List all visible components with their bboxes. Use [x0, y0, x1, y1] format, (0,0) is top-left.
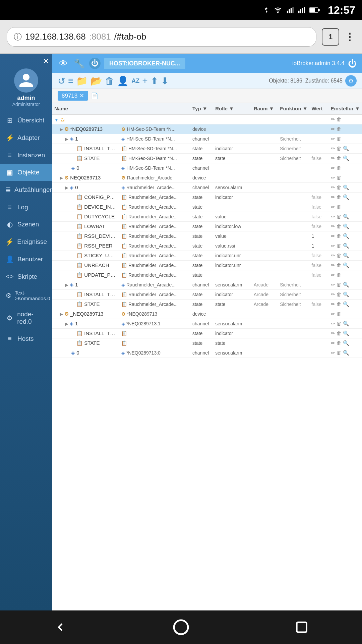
edit-icon[interactable]: ✏ — [331, 262, 335, 268]
expand-icon[interactable]: ▶ — [60, 175, 63, 180]
sidebar-item-nodered[interactable]: ⚙ node-red.0 — [0, 306, 52, 330]
delete-row-icon[interactable]: 🗑 — [337, 204, 342, 210]
table-row[interactable]: ▼ 🗂 ✏ 🗑 — [52, 114, 362, 124]
search-row-icon[interactable]: 🔍 — [343, 301, 349, 307]
table-row[interactable]: 📋 CONFIG_PENDI📋 Rauchmelder_Arcade...sta… — [52, 193, 362, 202]
delete-row-icon[interactable]: 🗑 — [337, 184, 342, 190]
table-row[interactable]: 📋 UNREACH📋 Rauchmelder_Arcade...stateind… — [52, 261, 362, 270]
delete-row-icon[interactable]: 🗑 — [337, 321, 342, 326]
search-row-icon[interactable]: 🔍 — [343, 146, 349, 151]
download-icon[interactable]: ⬇ — [161, 75, 169, 87]
sort-az-icon[interactable]: AZ — [131, 77, 139, 85]
table-row[interactable]: 📋 RSSI_DEVICE📋 Rauchmelder_Arcade...stat… — [52, 231, 362, 241]
search-row-icon[interactable]: 🔍 — [343, 321, 349, 326]
table-row[interactable]: ▶ ⚙ *NEQ0289713⚙ HM-Sec-SD-Team *N...dev… — [52, 124, 362, 134]
expand-icon[interactable]: ▶ — [65, 282, 68, 287]
home-button[interactable] — [169, 615, 193, 639]
edit-icon[interactable]: ✏ — [331, 340, 335, 346]
edit-icon[interactable]: ✏ — [331, 233, 335, 239]
delete-row-icon[interactable]: 🗑 — [337, 311, 342, 317]
search-row-icon[interactable]: 🔍 — [343, 155, 349, 161]
edit-icon[interactable]: ✏ — [331, 155, 335, 161]
table-row[interactable]: ▶ ◈ 1◈ HM-Sec-SD-Team *N...channelSicher… — [52, 134, 362, 144]
col-header-room[interactable]: Raum ▼ — [252, 103, 278, 114]
search-tag[interactable]: 89713 ✕ — [58, 91, 88, 101]
upload-icon[interactable]: ⬆ — [150, 75, 158, 87]
search-row-icon[interactable]: 🔍 — [343, 282, 349, 287]
delete-row-icon[interactable]: 🗑 — [337, 155, 342, 161]
delete-row-icon[interactable]: 🗑 — [337, 223, 342, 229]
sidebar-item-log[interactable]: ≡ Log — [0, 199, 52, 216]
delete-row-icon[interactable]: 🗑 — [337, 233, 342, 239]
table-row[interactable]: ▶ ⚙ _NEQ0289713⚙ *NEQ0289713device✏ 🗑 — [52, 309, 362, 319]
edit-icon[interactable]: ✏ — [331, 165, 335, 171]
user-add-icon[interactable]: 👤 — [117, 75, 129, 87]
host-badge[interactable]: HOST:IOBROKER-NUC... — [104, 58, 185, 69]
edit-icon[interactable]: ✏ — [331, 126, 335, 132]
search-row-icon[interactable]: 🔍 — [343, 262, 349, 268]
edit-icon[interactable]: ✏ — [331, 214, 335, 219]
delete-row-icon[interactable]: 🗑 — [337, 165, 342, 171]
sidebar-item-objekte[interactable]: ▣ Objekte — [0, 164, 52, 181]
edit-icon[interactable]: ✏ — [331, 194, 335, 200]
delete-row-icon[interactable]: 🗑 — [337, 282, 342, 287]
col-header-func[interactable]: Funktion ▼ — [278, 103, 309, 114]
search-row-icon[interactable]: 🔍 — [343, 243, 349, 249]
delete-row-icon[interactable]: 🗑 — [337, 194, 342, 200]
table-row[interactable]: 📋 LOWBAT📋 Rauchmelder_Arcade...stateindi… — [52, 222, 362, 231]
table-row[interactable]: 📋 DEVICE_IN_BOO📋 Rauchmelder_Arcade...st… — [52, 202, 362, 212]
table-row[interactable]: ◈ 0◈ HM-Sec-SD-Team *N...channel✏ 🗑 — [52, 163, 362, 173]
sidebar-close-button[interactable]: ✕ — [43, 57, 49, 66]
search-row-icon[interactable]: 🔍 — [343, 340, 349, 346]
sidebar-item-textkmd[interactable]: ⚙ Text->Kommandos.0 — [0, 285, 52, 306]
edit-icon[interactable]: ✏ — [331, 311, 335, 317]
back-button[interactable] — [49, 615, 72, 639]
delete-row-icon[interactable]: 🗑 — [337, 301, 342, 307]
table-row[interactable]: ▶ ◈ 1◈ Rauchmelder_Arcade...channelsenso… — [52, 280, 362, 290]
delete-row-icon[interactable]: 🗑 — [337, 340, 342, 346]
browser-url-bar[interactable]: ⓘ 192.168.138.68:8081/#tab-ob — [7, 27, 316, 47]
expand-icon[interactable]: ▶ — [60, 312, 63, 317]
table-row[interactable]: 📋 STATE📋 HM-Sec-SD-Team *N...statestateS… — [52, 154, 362, 163]
search-row-icon[interactable]: 🔍 — [343, 194, 349, 200]
table-row[interactable]: ◈ 0◈ *NEQ0289713:0channelsensor.alarm✏ 🗑… — [52, 348, 362, 358]
edit-icon[interactable]: ✏ — [331, 146, 335, 151]
refresh-icon[interactable]: ↺ — [58, 75, 65, 87]
eye-icon[interactable]: 👁 — [58, 57, 69, 70]
edit-icon[interactable]: ✏ — [331, 301, 335, 307]
sidebar-item-szenen[interactable]: ◐ Szenen — [0, 216, 52, 233]
delete-row-icon[interactable]: 🗑 — [337, 243, 342, 249]
edit-icon[interactable]: ✏ — [331, 253, 335, 258]
table-row[interactable]: ▶ ◈ 0◈ Rauchmelder_Arcade...channelsenso… — [52, 183, 362, 193]
expand-icon[interactable]: ▶ — [65, 321, 68, 326]
search-row-icon[interactable]: 🔍 — [343, 214, 349, 219]
recent-button[interactable] — [290, 615, 313, 639]
edit-icon[interactable]: ✏ — [331, 204, 335, 210]
edit-icon[interactable]: ✏ — [331, 330, 335, 336]
search-row-icon[interactable]: 🔍 — [343, 350, 349, 356]
expand-icon[interactable]: ▶ — [65, 137, 68, 142]
delete-row-icon[interactable]: 🗑 — [337, 291, 342, 297]
edit-icon[interactable]: ✏ — [331, 282, 335, 287]
col-header-role[interactable]: Rolle ▼ — [213, 103, 251, 114]
search-row-icon[interactable]: 🔍 — [343, 184, 349, 190]
search-row-icon[interactable]: 🔍 — [343, 233, 349, 239]
table-row[interactable]: 📋 STATE📋 statestate✏ 🗑 🔍 — [52, 338, 362, 348]
search-row-icon[interactable]: 🔍 — [343, 223, 349, 229]
delete-row-icon[interactable]: 🗑 — [337, 262, 342, 268]
edit-icon[interactable]: ✏ — [331, 272, 335, 278]
col-header-type[interactable]: Typ ▼ — [190, 103, 213, 114]
edit-icon[interactable]: ✏ — [331, 116, 335, 122]
sidebar-item-aufzahlungen[interactable]: ≣ Aufzählungen — [0, 181, 52, 199]
power-circle-icon[interactable]: ⏻ — [89, 58, 101, 69]
delete-row-icon[interactable]: 🗑 — [337, 253, 342, 258]
sidebar-item-hosts[interactable]: ≡ Hosts — [0, 330, 52, 347]
search-row-icon[interactable]: 🔍 — [343, 253, 349, 258]
search-tag-close[interactable]: ✕ — [79, 92, 84, 99]
delete-row-icon[interactable]: 🗑 — [337, 146, 342, 151]
edit-icon[interactable]: ✏ — [331, 350, 335, 356]
delete-row-icon[interactable]: 🗑 — [337, 214, 342, 219]
search-row-icon[interactable]: 🔍 — [343, 330, 349, 336]
delete-row-icon[interactable]: 🗑 — [337, 136, 342, 142]
expand-icon[interactable]: ▼ — [54, 117, 59, 122]
